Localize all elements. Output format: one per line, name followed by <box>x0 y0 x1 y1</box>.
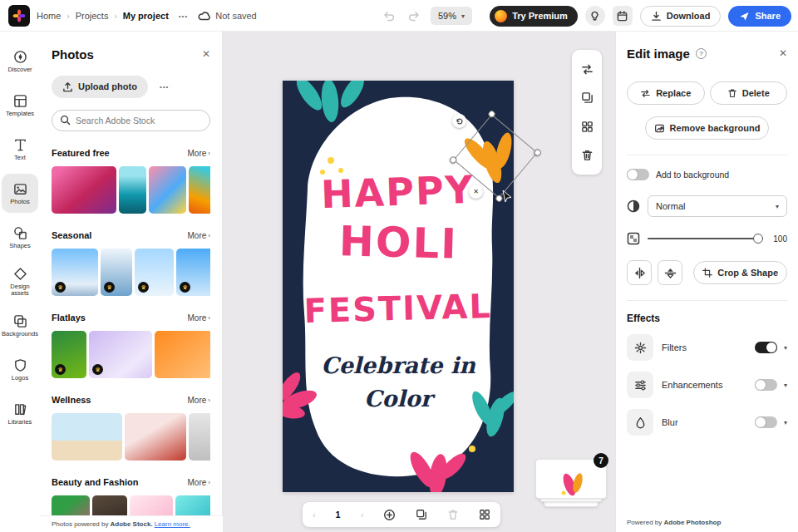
photos-overflow-button[interactable]: ••• <box>156 80 172 94</box>
stock-photo-thumb[interactable]: ♛ <box>52 331 86 378</box>
stock-photo-thumb[interactable]: ♛ <box>101 249 132 296</box>
schedule-button[interactable] <box>613 6 633 26</box>
replace-button[interactable]: Replace <box>627 81 705 105</box>
section-wellness: Wellness More› <box>52 393 210 461</box>
stock-photo-thumb[interactable] <box>189 413 210 461</box>
rail-label: Libraries <box>8 419 32 426</box>
stock-photo-thumb[interactable]: ♛ <box>176 249 210 296</box>
add-page-button[interactable] <box>383 509 396 521</box>
learn-more-link[interactable]: Learn more. <box>155 520 190 528</box>
blur-button[interactable] <box>627 409 653 436</box>
prev-page-button[interactable]: ‹ <box>313 510 316 520</box>
deselect-handle[interactable]: ✕ <box>469 185 483 199</box>
rail-item-backgrounds[interactable]: Backgrounds <box>2 306 38 345</box>
photos-panel-footer: Photos powered by Adobe Stock. Learn mor… <box>40 515 223 532</box>
zoom-dropdown[interactable]: 59% ▾ <box>431 7 472 25</box>
selection-handle[interactable] <box>533 148 542 157</box>
rail-item-photos[interactable]: Photos <box>2 174 38 213</box>
stock-photo-thumb[interactable]: ♛ <box>52 249 98 296</box>
breadcrumb-home[interactable]: Home <box>37 11 61 21</box>
rail-item-templates[interactable]: Templates <box>2 86 38 125</box>
rail-item-shapes[interactable]: Shapes <box>2 218 38 257</box>
more-link[interactable]: More› <box>188 396 210 405</box>
chevron-right-icon: › <box>208 479 210 486</box>
duplicate-page-button[interactable] <box>416 509 427 520</box>
help-button[interactable]: ? <box>696 48 707 59</box>
duplicate-button[interactable] <box>579 90 595 106</box>
rail-item-libraries[interactable]: Libraries <box>2 394 38 433</box>
close-panel-button[interactable]: ✕ <box>202 48 210 60</box>
close-edit-panel-button[interactable]: ✕ <box>779 47 787 59</box>
more-link[interactable]: More› <box>188 478 210 487</box>
app-logo[interactable] <box>8 5 30 27</box>
filters-toggle[interactable] <box>755 342 777 353</box>
more-link[interactable]: More› <box>188 231 210 240</box>
enhancements-button[interactable] <box>627 372 653 398</box>
redo-button[interactable] <box>406 8 422 23</box>
breadcrumb-project-name[interactable]: My project <box>123 11 169 21</box>
add-to-background-toggle[interactable] <box>627 169 649 180</box>
next-page-button[interactable]: › <box>361 510 364 520</box>
chevron-right-icon: › <box>114 12 116 21</box>
delete-button[interactable]: Delete <box>710 81 788 105</box>
stock-photo-thumb[interactable] <box>52 413 122 461</box>
undo-button[interactable] <box>381 8 397 23</box>
cursor-icon <box>500 190 513 203</box>
ideas-button[interactable] <box>585 6 605 26</box>
left-rail: Discover Templates Text Photos Shap <box>0 32 40 532</box>
pages-stack[interactable]: 7 <box>535 459 607 512</box>
rotate-handle[interactable] <box>452 114 466 128</box>
section-seasonal: Seasonal More› ♛ ♛ ♛ ♛ <box>52 229 210 296</box>
arrange-button[interactable] <box>579 119 595 135</box>
try-premium-button[interactable]: Try Premium <box>490 6 578 27</box>
stock-photo-thumb[interactable] <box>149 166 186 214</box>
upload-photo-button[interactable]: Upload photo <box>52 76 148 98</box>
stock-photo-thumb[interactable] <box>189 166 210 214</box>
blend-mode-dropdown[interactable]: Normal ▾ <box>648 195 787 217</box>
project-overflow-button[interactable]: ••• <box>175 9 191 23</box>
download-button[interactable]: Download <box>640 6 722 27</box>
opacity-slider-knob[interactable] <box>753 234 763 244</box>
artboard-poster[interactable]: HAPPY HOLI FESTIVAL Celebrate in Color <box>283 81 514 492</box>
stock-photo-thumb[interactable] <box>119 166 146 214</box>
delete-element-button[interactable] <box>579 147 595 163</box>
chevron-right-icon: › <box>208 314 210 322</box>
search-input[interactable] <box>52 110 210 131</box>
delete-page-button[interactable] <box>447 509 459 520</box>
poster-title-line2: HOLI <box>338 217 458 268</box>
enhancements-toggle[interactable] <box>755 379 777 391</box>
crop-and-shape-button[interactable]: Crop & Shape <box>693 261 787 284</box>
lightbulb-icon <box>589 11 600 22</box>
add-to-background-label: Add to background <box>656 170 729 180</box>
chevron-down-icon[interactable]: ▾ <box>784 419 787 426</box>
stock-photo-thumb[interactable] <box>52 166 116 214</box>
flip-button[interactable] <box>579 62 595 77</box>
flip-vertical-button[interactable] <box>658 260 682 285</box>
more-link[interactable]: More› <box>188 149 210 158</box>
remove-background-button[interactable]: Remove background <box>645 116 770 140</box>
chevron-down-icon[interactable]: ▾ <box>784 382 787 389</box>
filters-button[interactable] <box>627 334 653 361</box>
flip-horizontal-button[interactable] <box>627 260 652 285</box>
rail-label: Text <box>14 155 26 161</box>
logos-icon <box>13 358 27 372</box>
rail-item-design-assets[interactable]: Design assets <box>2 262 38 301</box>
more-link[interactable]: More› <box>188 313 210 323</box>
chevron-down-icon[interactable]: ▾ <box>784 344 787 352</box>
rail-item-text[interactable]: Text <box>2 130 38 169</box>
page-grid-view-button[interactable] <box>479 509 490 520</box>
share-button[interactable]: Share <box>728 6 791 27</box>
compass-icon <box>13 50 27 64</box>
blend-mode-icon <box>627 200 640 213</box>
stock-photo-thumb[interactable] <box>125 413 186 461</box>
stock-photo-thumb[interactable]: ♛ <box>89 331 152 378</box>
rail-item-logos[interactable]: Logos <box>2 350 38 389</box>
breadcrumb-projects[interactable]: Projects <box>76 11 109 21</box>
canvas-area[interactable]: HAPPY HOLI FESTIVAL Celebrate in Color ✕ <box>223 32 615 532</box>
rail-item-discover[interactable]: Discover <box>2 42 38 81</box>
trash-icon <box>727 88 737 98</box>
blur-toggle[interactable] <box>755 416 777 428</box>
opacity-slider[interactable] <box>648 234 763 244</box>
stock-photo-thumb[interactable]: ♛ <box>135 249 174 296</box>
stock-photo-thumb[interactable] <box>155 331 210 378</box>
